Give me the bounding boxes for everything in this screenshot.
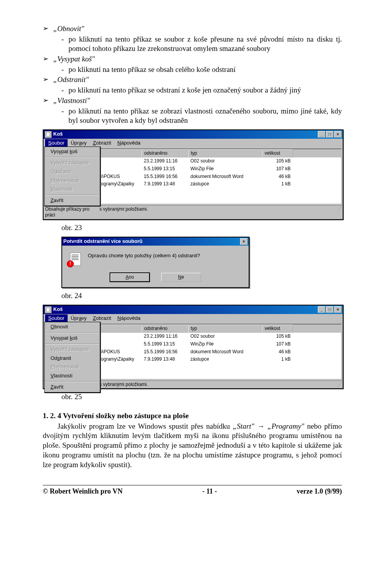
bullet-title: „Vysypat koš" bbox=[53, 54, 95, 64]
resize-grip-icon[interactable]: ⋰ bbox=[337, 382, 341, 388]
menu-upravy[interactable]: Úpravy bbox=[68, 314, 90, 323]
figure-label-25: obr. 25 bbox=[61, 392, 342, 402]
menu-soubor[interactable]: Soubor bbox=[45, 139, 68, 147]
col-size[interactable]: velikost bbox=[262, 325, 293, 333]
titlebar[interactable]: 🗑 Koš _ □ × bbox=[44, 305, 343, 314]
dd-vysypat[interactable]: Vysypat koš bbox=[45, 147, 99, 156]
dd-vytvorit: Vytvořit zástupce bbox=[45, 159, 99, 168]
dialog-titlebar[interactable]: Potvrdit odstranění více souborů × bbox=[62, 237, 249, 246]
dd-prejmenovat: Přejmenovat bbox=[45, 176, 99, 185]
yes-button[interactable]: Ano bbox=[110, 273, 150, 282]
section-heading: 1. 2. 4 Vytvoření složky nebo zástupce n… bbox=[43, 411, 342, 421]
maximize-button[interactable]: □ bbox=[326, 131, 333, 138]
dash-icon: - bbox=[61, 106, 64, 126]
col-type[interactable]: typ bbox=[188, 149, 262, 158]
menu-napoveda[interactable]: Nápověda bbox=[114, 314, 143, 323]
trash-icon: 🗑 bbox=[45, 131, 52, 138]
col-size[interactable]: velikost bbox=[262, 149, 293, 158]
soubor-dropdown: Vysypat koš Vytvořit zástupce Odstranit … bbox=[44, 147, 101, 206]
kos-window-23: 🗑 Koš _ □ × Soubor Úpravy Zobrazit Nápov… bbox=[43, 129, 343, 220]
menu-zobrazit[interactable]: Zobrazit bbox=[90, 314, 114, 323]
footer-center: - 11 - bbox=[202, 487, 217, 496]
menu-upravy[interactable]: Úpravy bbox=[68, 139, 90, 147]
page-footer: © Robert Weinlich pro VN - 11 - verze 1.… bbox=[43, 485, 342, 496]
titlebar[interactable]: 🗑 Koš _ □ × bbox=[44, 130, 343, 139]
bullet-title: „Obnovit" bbox=[53, 24, 84, 34]
col-type[interactable]: typ bbox=[188, 325, 262, 333]
dd-odstranit[interactable]: Odstranit bbox=[45, 354, 99, 363]
bullet-arrow-icon: ➢ bbox=[43, 54, 49, 63]
menu-napoveda[interactable]: Nápověda bbox=[114, 139, 143, 147]
dd-odstranit: Odstranit bbox=[45, 168, 99, 176]
bullet-sub: po kliknutí na tento příkaz se zobrazí v… bbox=[68, 106, 342, 126]
delete-files-icon: ! bbox=[68, 253, 82, 267]
dd-prejmenovat: Přejmenovat bbox=[45, 363, 99, 372]
dd-vysypat[interactable]: Vysypat koš bbox=[45, 334, 99, 343]
confirm-delete-dialog: Potvrdit odstranění více souborů × ! Opr… bbox=[61, 237, 249, 288]
figure-label-24: obr. 24 bbox=[61, 291, 342, 301]
dd-vlastnosti: Vlastnosti bbox=[45, 185, 99, 194]
soubor-dropdown: Obnovit Vysypat koš Vytvořit zástupce Od… bbox=[44, 322, 101, 393]
kos-window-25: 🗑 Koš _ □ × Soubor Úpravy Zobrazit Nápov… bbox=[43, 305, 343, 389]
close-button[interactable]: × bbox=[334, 306, 342, 313]
bullet-sub: po kliknutí na tento příkaz se soubor z … bbox=[68, 35, 342, 54]
close-button[interactable]: × bbox=[240, 238, 248, 245]
menu-zobrazit[interactable]: Zobrazit bbox=[90, 139, 114, 147]
section-paragraph: Jakýkoliv program lze ve Windows spustit… bbox=[43, 422, 342, 469]
menu-soubor[interactable]: Soubor bbox=[45, 314, 68, 323]
dash-icon: - bbox=[61, 85, 64, 95]
bullet-sub: po kliknutí na tento příkaz se obsah cel… bbox=[68, 65, 235, 75]
bullet-sub: po kliknutí na tento příkaz se odstraní … bbox=[68, 85, 301, 95]
dialog-title: Potvrdit odstranění více souborů bbox=[63, 238, 143, 245]
dash-icon: - bbox=[61, 65, 64, 75]
dash-icon: - bbox=[61, 35, 64, 54]
minimize-button[interactable]: _ bbox=[318, 306, 325, 313]
dd-vlastnosti[interactable]: Vlastnosti bbox=[45, 372, 99, 380]
bullet-title: „Vlastnosti" bbox=[53, 96, 90, 106]
bullet-arrow-icon: ➢ bbox=[43, 24, 49, 33]
statusbar: Obsahuje příkazy pro práci s vybranými p… bbox=[44, 205, 343, 219]
bullet-title: „Odstranit" bbox=[53, 75, 89, 85]
footer-left: © Robert Weinlich pro VN bbox=[43, 487, 122, 496]
resize-grip-icon[interactable]: ⋰ bbox=[337, 206, 341, 218]
window-title: Koš bbox=[53, 306, 63, 313]
close-button[interactable]: × bbox=[334, 131, 342, 138]
col-deleted[interactable]: odstraněno bbox=[141, 325, 188, 333]
footer-right: verze 1.0 (9/99) bbox=[297, 487, 342, 496]
figure-label-23: obr. 23 bbox=[61, 223, 342, 233]
trash-icon: 🗑 bbox=[45, 306, 52, 313]
minimize-button[interactable]: _ bbox=[318, 131, 325, 138]
dd-vytvorit: Vytvořit zástupce bbox=[45, 345, 99, 354]
dd-zavrit[interactable]: Zavřít bbox=[45, 383, 99, 392]
dd-zavrit[interactable]: Zavřít bbox=[45, 196, 99, 205]
dd-obnovit[interactable]: Obnovit bbox=[45, 323, 99, 332]
maximize-button[interactable]: □ bbox=[326, 306, 333, 313]
dialog-text: Opravdu chcete tyto položky (celkem 4) o… bbox=[88, 253, 200, 259]
col-deleted[interactable]: odstraněno bbox=[141, 149, 188, 158]
no-button[interactable]: Ne bbox=[161, 273, 201, 282]
bullet-arrow-icon: ➢ bbox=[43, 75, 49, 84]
window-title: Koš bbox=[53, 131, 63, 138]
bullet-arrow-icon: ➢ bbox=[43, 96, 49, 105]
